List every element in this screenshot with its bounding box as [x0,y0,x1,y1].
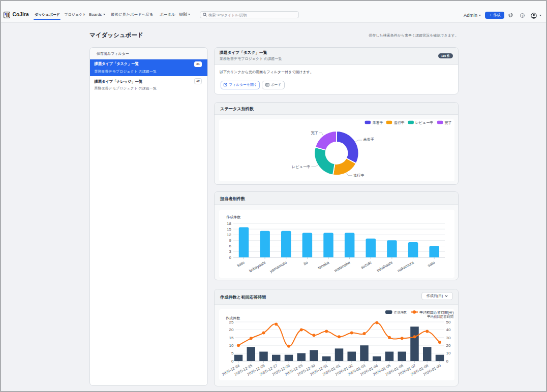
svg-text:yamamoto: yamamoto [269,260,288,274]
svg-text:30: 30 [446,336,451,340]
svg-text:takahashi: takahashi [376,260,393,273]
svg-text:18: 18 [227,221,231,226]
svg-text:suzuki: suzuki [360,260,372,270]
svg-text:0: 0 [229,255,232,260]
svg-text:?: ? [521,14,523,17]
svg-text:25: 25 [229,320,234,324]
svg-text:0: 0 [231,359,234,364]
svg-text:作成件数: 作成件数 [226,215,241,219]
svg-text:kobayashi: kobayashi [248,260,266,273]
svg-text:未着手: 未着手 [363,137,374,142]
svg-text:5: 5 [231,351,234,355]
svg-text:tanaka: tanaka [317,260,330,270]
svg-text:レビュー中: レビュー中 [415,121,434,124]
svg-text:20: 20 [446,343,451,348]
svg-text:レビュー中: レビュー中 [292,165,310,169]
svg-text:kato: kato [236,260,246,268]
svg-text:nakamura: nakamura [397,260,415,273]
svg-text:進行中: 進行中 [394,121,405,125]
svg-text:10: 10 [229,343,234,348]
svg-text:3: 3 [229,249,232,254]
svg-text:20: 20 [229,328,234,332]
svg-text:50: 50 [446,320,451,324]
svg-text:ito: ito [303,260,309,266]
svg-text:平均初回応答時間(分): 平均初回応答時間(分) [419,310,454,315]
svg-text:12: 12 [227,233,231,237]
svg-text:平均初回応答時間: 平均初回応答時間 [427,315,453,319]
svg-text:watanabe: watanabe [333,260,351,273]
svg-text:進行中: 進行中 [353,173,364,178]
svg-text:完了: 完了 [311,130,318,135]
svg-text:9: 9 [229,238,232,243]
svg-text:15: 15 [227,227,231,232]
svg-text:sato: sato [427,260,436,268]
svg-text:完了: 完了 [444,121,451,125]
svg-text:未着手: 未着手 [373,121,383,124]
svg-text:作成件数: 作成件数 [393,310,407,314]
svg-text:6: 6 [229,244,232,248]
svg-text:15: 15 [229,336,234,340]
svg-text:10: 10 [446,351,451,355]
svg-text:0: 0 [446,359,449,364]
svg-text:40: 40 [446,328,451,332]
